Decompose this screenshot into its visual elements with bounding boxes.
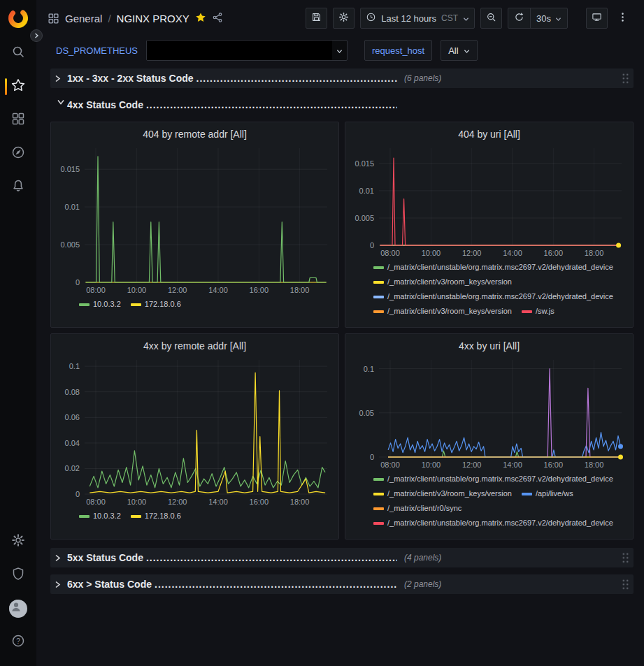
legend-item[interactable]: /_matrix/client/unstable/org.matrix.msc2… xyxy=(373,291,613,302)
row-title-wrap: 5xx Status Code ........................… xyxy=(67,552,397,563)
sidebar-item-dashboards[interactable] xyxy=(3,103,34,137)
datasource-variable-label[interactable]: DS_PROMETHEUS xyxy=(56,45,138,56)
panel-title[interactable]: 4xx by uri [All] xyxy=(351,338,627,356)
svg-text:0: 0 xyxy=(76,278,80,287)
legend-item[interactable]: /_matrix/client/unstable/org.matrix.msc2… xyxy=(373,262,613,273)
tv-mode-button[interactable] xyxy=(586,8,608,29)
more-options-button[interactable] xyxy=(615,8,636,29)
sidebar-item-configuration[interactable] xyxy=(3,525,34,558)
row-drag-handle[interactable] xyxy=(622,579,629,591)
legend-item[interactable]: /_matrix/client/v3/room_keys/version xyxy=(373,306,512,317)
svg-text:0.1: 0.1 xyxy=(364,365,374,373)
legend-label: /_matrix/client/r0/sync xyxy=(387,503,461,514)
svg-text:10:00: 10:00 xyxy=(127,286,147,294)
panel-title[interactable]: 404 by uri [All] xyxy=(351,126,627,144)
toolbar-actions: Last 12 hours CST xyxy=(306,8,636,29)
timeseries-chart[interactable]: 00.0050.010.01508:0010:0012:0014:0016:00… xyxy=(57,144,333,296)
legend-label: 172.18.0.6 xyxy=(145,511,181,521)
timeseries-chart[interactable]: 00.020.040.060.080.108:0010:0012:0014:00… xyxy=(57,356,333,508)
refresh-picker: 30s xyxy=(508,8,568,29)
sidebar-item-server-admin[interactable] xyxy=(3,558,34,592)
svg-text:18:00: 18:00 xyxy=(585,461,604,469)
breadcrumb-separator: / xyxy=(108,13,110,24)
legend-item[interactable]: /_matrix/client/r0/sync xyxy=(373,503,461,514)
share-icon[interactable] xyxy=(212,12,223,25)
refresh-interval-value: 30s xyxy=(536,13,551,24)
legend-item[interactable]: /_matrix/client/v3/room_keys/version xyxy=(373,277,512,287)
dashboard-row-4xx[interactable]: 4xx Status Code ........................… xyxy=(50,95,634,115)
gear-icon xyxy=(338,12,349,24)
request-host-variable-label[interactable]: request_host xyxy=(364,40,432,61)
dashboard-canvas: 1xx - 3xx - 2xx Status Code ............… xyxy=(36,64,644,666)
row-title-leader-dots: ........................................… xyxy=(155,579,397,590)
grafana-logo[interactable] xyxy=(7,7,29,29)
legend-label: /sw.js xyxy=(536,306,554,317)
sidebar-item-starred[interactable] xyxy=(3,70,34,103)
legend-swatch xyxy=(79,303,90,306)
refresh-interval-dropdown[interactable]: 30s xyxy=(530,8,567,28)
panel-title[interactable]: 404 by remote addr [All] xyxy=(57,126,333,144)
legend-item[interactable]: /sw.js xyxy=(522,306,554,317)
legend-label: /_matrix/client/v3/room_keys/version xyxy=(387,277,512,287)
sidebar-item-help[interactable]: ? xyxy=(3,625,34,659)
panel-title[interactable]: 4xx by remote addr [All] xyxy=(57,338,333,356)
row-title: 6xx > Status Code xyxy=(67,579,152,590)
refresh-button[interactable] xyxy=(508,8,530,28)
request-host-value-text: All xyxy=(448,45,458,56)
legend-item[interactable]: 172.18.0.6 xyxy=(131,511,181,521)
request-host-variable-select[interactable]: All xyxy=(441,40,477,61)
legend-item[interactable]: /_matrix/client/unstable/org.matrix.msc2… xyxy=(373,518,613,528)
svg-text:12:00: 12:00 xyxy=(168,286,187,294)
sidebar-item-alerting[interactable] xyxy=(3,171,34,204)
legend-label: /_matrix/client/unstable/org.matrix.msc2… xyxy=(387,474,613,484)
breadcrumb-dashboard-title[interactable]: NGINX PROXY xyxy=(117,13,189,24)
legend-item[interactable]: /_matrix/client/unstable/org.matrix.msc2… xyxy=(373,474,613,484)
legend-item[interactable]: 10.0.3.2 xyxy=(79,299,121,310)
top-toolbar: General / NGINX PROXY xyxy=(36,0,644,36)
dashboard-row-1xx-3xx-2xx[interactable]: 1xx - 3xx - 2xx Status Code ............… xyxy=(50,68,634,88)
save-dashboard-button[interactable] xyxy=(306,8,327,29)
dashboard-row-6xx[interactable]: 6xx > Status Code ......................… xyxy=(50,574,634,594)
row-drag-handle[interactable] xyxy=(622,552,629,564)
dashboard-row-5xx[interactable]: 5xx Status Code ........................… xyxy=(50,548,634,567)
legend-item[interactable]: 172.18.0.6 xyxy=(131,299,181,310)
kebab-icon xyxy=(617,12,628,24)
sidebar-item-profile[interactable] xyxy=(3,592,34,625)
avatar xyxy=(9,600,27,618)
row-title-leader-dots: ........................................… xyxy=(196,73,397,84)
timeseries-chart[interactable]: 00.050.108:0010:0012:0014:0016:0018:00 xyxy=(351,356,627,471)
legend-item[interactable]: /_matrix/client/v3/room_keys/version xyxy=(373,488,512,499)
svg-text:08:00: 08:00 xyxy=(380,249,400,257)
zoom-out-button[interactable] xyxy=(480,8,502,29)
variables-submenu: DS_PROMETHEUS request_host All xyxy=(36,36,644,64)
sidebar: ? xyxy=(0,0,36,666)
timeseries-chart[interactable]: 00.0050.010.01508:0010:0012:0014:0016:00… xyxy=(351,144,627,259)
breadcrumb-folder[interactable]: General xyxy=(65,13,102,24)
sidebar-expand-button[interactable] xyxy=(30,29,43,42)
save-icon xyxy=(311,12,322,24)
legend-swatch xyxy=(373,266,384,269)
sidebar-item-explore[interactable] xyxy=(3,137,34,171)
svg-text:0: 0 xyxy=(370,453,374,461)
svg-text:0: 0 xyxy=(370,241,374,249)
chevron-down-icon xyxy=(332,44,347,57)
favorite-star-icon[interactable] xyxy=(195,12,206,25)
time-range-picker[interactable]: Last 12 hours CST xyxy=(360,8,475,29)
svg-text:12:00: 12:00 xyxy=(462,461,482,469)
svg-text:14:00: 14:00 xyxy=(503,461,522,469)
sidebar-item-search[interactable] xyxy=(3,36,34,70)
legend-swatch xyxy=(522,493,532,495)
svg-text:10:00: 10:00 xyxy=(422,249,441,257)
svg-text:10:00: 10:00 xyxy=(127,498,147,506)
legend-item[interactable]: /api/live/ws xyxy=(522,488,573,499)
legend-label: /api/live/ws xyxy=(536,488,573,499)
row-title-wrap: 4xx Status Code ........................… xyxy=(67,99,397,110)
svg-text:0.1: 0.1 xyxy=(69,362,80,370)
legend-swatch xyxy=(373,522,384,525)
dashboard-settings-button[interactable] xyxy=(333,8,355,29)
legend-swatch xyxy=(373,310,384,313)
legend-item[interactable]: 10.0.3.2 xyxy=(79,511,121,521)
legend-label: /_matrix/client/unstable/org.matrix.msc2… xyxy=(387,291,613,302)
datasource-variable-select[interactable] xyxy=(146,40,348,61)
row-drag-handle[interactable] xyxy=(622,73,629,85)
